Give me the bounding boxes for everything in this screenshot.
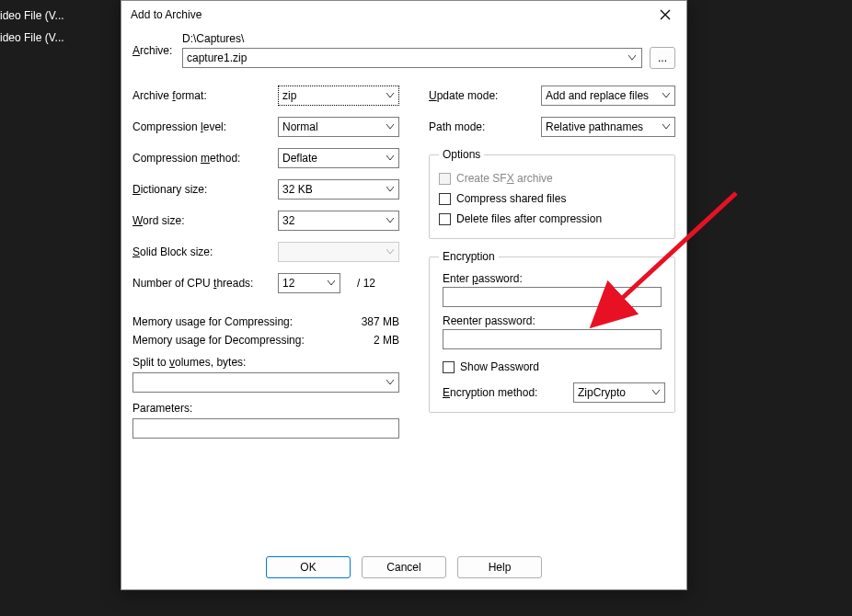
- archive-filename-text: capture1.zip: [187, 51, 247, 64]
- shared-checkbox-row[interactable]: Compress shared files: [439, 188, 665, 209]
- shared-label: Compress shared files: [456, 192, 566, 205]
- sfx-checkbox: [439, 173, 451, 185]
- cpu-threads-select[interactable]: 12: [278, 273, 340, 293]
- cpu-threads-value: 12: [282, 277, 294, 290]
- split-volumes-select[interactable]: [132, 372, 399, 393]
- file-type-cell: ideo File (V...: [0, 9, 121, 22]
- encryption-group: Encryption Enter password: Reenter passw…: [429, 250, 675, 413]
- compression-method-select[interactable]: Deflate: [278, 148, 399, 168]
- options-legend: Options: [439, 148, 484, 161]
- chevron-down-icon[interactable]: [325, 274, 338, 292]
- show-password-checkbox[interactable]: [443, 361, 455, 373]
- mem-compress-value: 387 MB: [362, 315, 399, 328]
- dictionary-size-value: 32 KB: [282, 183, 313, 196]
- compression-level-select[interactable]: Normal: [278, 117, 399, 137]
- parameters-input[interactable]: [132, 418, 399, 439]
- chevron-down-icon[interactable]: [384, 149, 397, 167]
- encryption-method-value: ZipCrypto: [578, 386, 626, 399]
- path-mode-value: Relative pathnames: [546, 120, 643, 133]
- show-password-label: Show Password: [460, 360, 539, 373]
- word-size-select[interactable]: 32: [278, 211, 399, 231]
- dictionary-size-select[interactable]: 32 KB: [278, 179, 399, 200]
- archive-format-value: zip: [282, 89, 296, 102]
- titlebar: Add to Archive: [121, 1, 686, 29]
- enter-password-input[interactable]: [443, 287, 662, 307]
- path-mode-label: Path mode:: [429, 120, 541, 133]
- encryption-method-select[interactable]: ZipCrypto: [573, 382, 665, 403]
- delete-checkbox-row[interactable]: Delete files after compression: [439, 209, 665, 229]
- reenter-password-label: Reenter password:: [443, 314, 665, 327]
- show-password-row[interactable]: Show Password: [439, 357, 665, 377]
- help-button[interactable]: Help: [457, 556, 542, 578]
- word-size-value: 32: [282, 214, 294, 227]
- archive-format-select[interactable]: zip: [278, 86, 399, 106]
- shared-checkbox[interactable]: [439, 193, 451, 205]
- dictionary-size-label: Dictionary size:: [132, 183, 278, 196]
- solid-block-size-select: [278, 242, 399, 262]
- chevron-down-icon: [384, 243, 397, 261]
- parameters-label: Parameters:: [132, 402, 192, 415]
- word-size-label: Word size:: [132, 214, 278, 227]
- encryption-method-label: Encryption method:: [439, 386, 573, 399]
- chevron-down-icon[interactable]: [384, 211, 397, 230]
- update-mode-select[interactable]: Add and replace files: [541, 86, 675, 106]
- chevron-down-icon[interactable]: [625, 51, 639, 65]
- chevron-down-icon[interactable]: [650, 383, 662, 402]
- chevron-down-icon[interactable]: [660, 86, 673, 105]
- compression-method-label: Compression method:: [132, 152, 278, 165]
- ok-button[interactable]: OK: [266, 556, 351, 578]
- file-type-cell: ideo File (V...: [0, 31, 121, 44]
- close-button[interactable]: [644, 1, 686, 29]
- encryption-legend: Encryption: [439, 250, 499, 263]
- update-mode-label: Update mode:: [429, 89, 541, 102]
- chevron-down-icon[interactable]: [384, 180, 397, 199]
- mem-compress-label: Memory usage for Compressing:: [132, 315, 293, 328]
- delete-label: Delete files after compression: [456, 212, 602, 225]
- dialog-title: Add to Archive: [131, 8, 201, 21]
- mem-decompress-label: Memory usage for Decompressing:: [132, 334, 305, 347]
- compression-method-value: Deflate: [282, 152, 317, 165]
- cpu-threads-max: / 12: [357, 277, 375, 290]
- enter-password-label: Enter password:: [443, 272, 665, 285]
- add-to-archive-dialog: Add to Archive Archive: D:\Captures\ cap…: [121, 0, 687, 590]
- sfx-label: Create SFX archive: [456, 172, 553, 185]
- cancel-button[interactable]: Cancel: [362, 556, 446, 578]
- archive-label: Archive:: [132, 44, 182, 57]
- update-mode-value: Add and replace files: [546, 89, 649, 102]
- chevron-down-icon[interactable]: [384, 118, 397, 136]
- close-icon: [660, 9, 671, 20]
- reenter-password-input[interactable]: [443, 329, 662, 349]
- sfx-checkbox-row: Create SFX archive: [439, 168, 665, 188]
- browse-button[interactable]: ...: [650, 47, 675, 69]
- chevron-down-icon[interactable]: [384, 373, 397, 392]
- cpu-threads-label: Number of CPU threads:: [132, 277, 278, 290]
- compression-level-value: Normal: [282, 120, 318, 133]
- archive-format-label: Archive format:: [132, 89, 278, 102]
- chevron-down-icon[interactable]: [384, 86, 397, 105]
- archive-path-display: D:\Captures\: [182, 32, 675, 45]
- archive-filename-input[interactable]: capture1.zip: [182, 48, 642, 68]
- split-volumes-label: Split to volumes, bytes:: [132, 356, 246, 369]
- chevron-down-icon[interactable]: [660, 118, 673, 136]
- solid-block-size-label: Solid Block size:: [132, 245, 278, 258]
- delete-checkbox[interactable]: [439, 213, 451, 225]
- compression-level-label: Compression level:: [132, 120, 278, 133]
- path-mode-select[interactable]: Relative pathnames: [541, 117, 675, 137]
- mem-decompress-value: 2 MB: [374, 334, 399, 347]
- options-group: Options Create SFX archive Compress shar…: [429, 148, 675, 239]
